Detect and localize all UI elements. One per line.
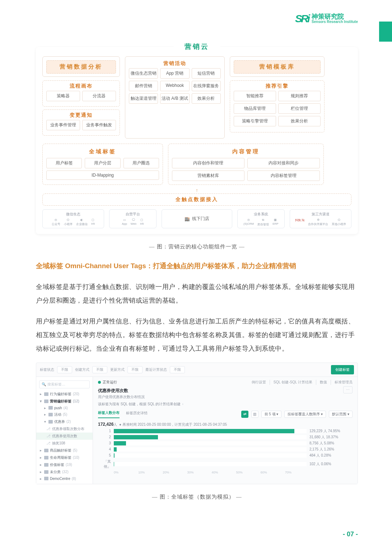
paragraph: 全域标签是基于打通全触点数据、识别唯一用户，构建的覆盖公域私域的用户标签体系。全… (36, 280, 358, 307)
chevron-icon: ▾ (40, 399, 43, 403)
bar-row: 231,680 人 18.37% (98, 435, 353, 440)
miniprogram-icon: ⌬ (338, 218, 340, 221)
tree-folder[interactable]: ▾营销偏好标签 (12) (36, 398, 93, 405)
tag-icon: ⎇ (46, 434, 51, 438)
chevron-icon: ▾ (44, 420, 47, 424)
marketing-cloud-diagram: 营销云 营销数据分析 流程画布 策略器 分流器 变更通知 业务事件管理 (36, 47, 358, 234)
chevron-right-icon[interactable]: › (182, 402, 183, 406)
filter-calc[interactable]: 不限 (170, 366, 185, 373)
folder-icon (48, 406, 53, 410)
filter-create[interactable]: 不限 (92, 366, 107, 373)
tree-folder[interactable]: ▸DemoCentre (8) (36, 476, 93, 482)
tag-tree: 🔍 搜索标签… ▸行为偏好标签 (20)▾营销偏好标签 (12)▸push (4… (36, 377, 93, 484)
status-dot-icon (98, 381, 101, 384)
folder-icon (44, 470, 48, 474)
bar-row: 1129,229 人 74.95% (98, 429, 353, 434)
bar-row: 38,756 人 5.08% (98, 441, 353, 446)
chevron-icon: ▸ (40, 477, 43, 481)
chevron-icon: ▸ (40, 448, 43, 452)
more-menu-button[interactable]: ⋯ (343, 386, 353, 393)
distribution-bar-chart: 1129,229 人 74.95%231,680 人 18.37%38,756 … (98, 429, 353, 469)
wecom-icon: ◐ (80, 218, 83, 221)
tree-folder[interactable]: ▸商品触好标签 (5) (36, 447, 93, 454)
data-in-bar: 全触点数据接入 (42, 193, 351, 206)
data-sources: 微信生态 ◎公众号 ⌬小程序 ◐企业微信 ▢H5 自营平台 ▭App 🖵Web … (42, 209, 351, 228)
store-icon: 🏬 (185, 216, 190, 221)
omni-tags-screenshot: 标签状态 不限 创建方式 不限 更新方式 不限 最近计算状态 不限 创建标签 🔍… (36, 363, 358, 484)
order-dropdown[interactable]: 按标签覆盖人数降序 ▾ (284, 411, 326, 418)
paragraph: 用户标签是通过对用户属性信息、行为信息、业务信息进行加工后所产生的特征标记，它的… (36, 314, 358, 355)
erp-icon: ▦ (274, 218, 277, 221)
header-links: 例行设置 SQL 创建-SQL 计算结果 数值 标准管理员 (252, 380, 353, 385)
page-accent (379, 22, 392, 42)
band-content: 内容管理 内容创作和管理 内容对接和同步 营销素材库 内容标签管理 (168, 144, 324, 185)
chevron-icon: ▸ (40, 463, 43, 467)
folder-icon (48, 420, 53, 424)
page-number: - 07 - (343, 531, 358, 538)
tab-distribution[interactable]: 标签人数分布 (98, 410, 120, 418)
h5-icon: ▢ (92, 218, 94, 221)
brand-logo: SRi 神策研究院 Sensors Research Institute (295, 13, 358, 25)
figure-caption-2: 图：全域标签（数据为模拟） (36, 494, 358, 500)
partner-icon: ⚙ (317, 218, 319, 221)
barchart-icon[interactable]: ▥ (251, 411, 258, 418)
card-title: 优惠券使用次数 (98, 388, 343, 394)
col-activity: 营销活动 微信生态营销 App 营销 短信营销 邮件营销 Webhook 在线弹… (125, 56, 225, 139)
offline-store: 🏬线下门店 (162, 209, 232, 228)
stock-icon: ⧉ (262, 218, 264, 222)
folder-icon (44, 449, 48, 452)
chevron-icon: ▸ (40, 456, 43, 459)
tree-folder[interactable]: ▸价值标签 (19) (36, 461, 93, 468)
tree-folder[interactable]: ▾优惠券 (2) (36, 418, 93, 425)
chevron-icon: ▸ (44, 412, 47, 416)
wechat-icon: ◎ (55, 218, 57, 221)
folder-icon (44, 463, 48, 467)
section-heading: 全域标签 Omni-Channel User Tags：打通全触点的用户标签体系… (36, 261, 358, 271)
search-icon: 🔍 (42, 382, 46, 386)
band-tags: 全域标签 用户标签 用户分层 用户圈选 ID-Mapping (42, 144, 163, 185)
create-tag-button[interactable]: 创建标签 (331, 365, 354, 374)
chevron-icon: ▸ (40, 470, 43, 474)
bar-row: 42,175 人 1.26% (98, 447, 353, 452)
tree-folder[interactable]: ▸生命周期标签 (10) (36, 454, 93, 461)
period-dropdown[interactable]: 默认范围 ▾ (329, 411, 353, 418)
chip[interactable]: 分流器 (82, 91, 116, 101)
col-recommend: 营销模板库 推荐引擎 智能推荐 规则推荐 物品库管理 栏位管理 策略引擎管理 效… (230, 56, 325, 139)
folder-icon (44, 392, 48, 396)
bar-row: 「其他」102 人 0.06% (98, 459, 353, 469)
tree-leaf[interactable]: ⎇优惠券领取次数分布 (36, 425, 93, 433)
filter-update[interactable]: 不限 (127, 366, 143, 373)
tab-history[interactable]: 标签历史详情 (126, 411, 148, 418)
tree-folder[interactable]: ▸未分类 (32) (36, 468, 93, 476)
tree-leaf[interactable]: ⎇抽奖108 (36, 440, 93, 447)
chevron-icon: ▸ (40, 392, 43, 396)
filter-status[interactable]: 不限 (57, 366, 72, 373)
tag-icon: ⎇ (46, 427, 51, 431)
folder-icon (44, 456, 48, 459)
arrow-up-icon: ↑ (42, 188, 351, 192)
bar-row: 5484 人 0.28% (98, 453, 353, 458)
app-icon: ▭ (123, 218, 126, 221)
tree-folder[interactable]: ▸行为偏好标签 (20) (36, 391, 93, 398)
tree-folder[interactable]: ▸push (4) (36, 405, 93, 411)
folder-icon (44, 400, 48, 403)
folder-icon (48, 413, 53, 416)
folder-icon (44, 477, 48, 480)
tag-icon: ⎇ (46, 441, 51, 445)
web-icon: 🖵 (132, 218, 135, 221)
h5-icon: ▢ (140, 218, 143, 221)
tree-search-input[interactable]: 🔍 搜索标签… (39, 380, 90, 388)
miniprogram-icon: ⌬ (67, 218, 69, 221)
sort-top-dropdown[interactable]: 前 5 项 ▾ (261, 411, 282, 418)
chip[interactable]: 策略器 (46, 91, 80, 101)
col-canvas-change: 营销数据分析 流程画布 策略器 分流器 变更通知 业务事件管理 业务事件触发 (42, 56, 120, 139)
figure-caption-1: 图：营销云的核心功能组件一览 (36, 243, 358, 250)
crm-icon: ◎ (247, 218, 250, 221)
chevron-icon: ▸ (44, 406, 47, 410)
diagram-title: 营销云 (174, 41, 220, 52)
tree-folder[interactable]: ▸活动 (5) (36, 411, 93, 418)
tree-leaf[interactable]: ⎇优惠券使用次数 (36, 433, 93, 440)
swap-icon[interactable]: ⇄ (241, 411, 248, 418)
